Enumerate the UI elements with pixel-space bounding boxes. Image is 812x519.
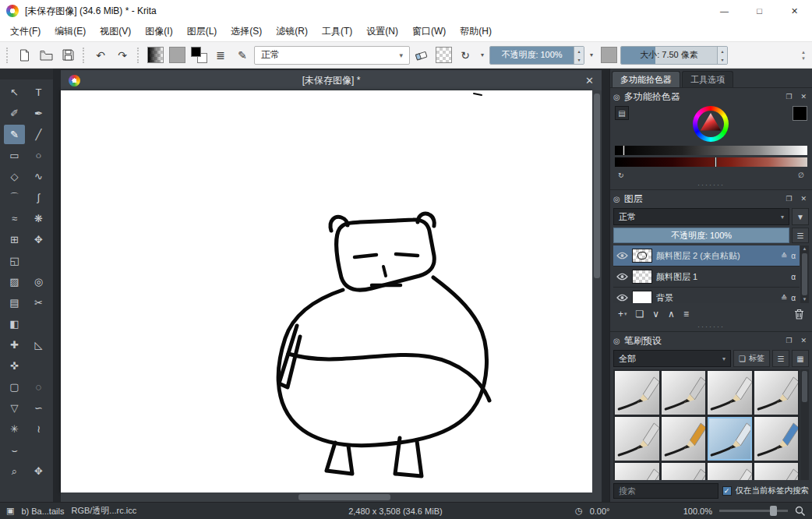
gradient-chooser-button[interactable] (145, 45, 165, 65)
reload-preset-button[interactable]: ↻ (455, 45, 475, 65)
brush-preview-button[interactable] (598, 45, 619, 65)
magnetic-select-tool[interactable]: ≀ (28, 419, 49, 439)
opacity-dropdown-button[interactable]: ▾ (586, 46, 597, 65)
float-docker-button[interactable]: ❐ (783, 337, 794, 344)
brush-size-slider[interactable]: 大小: 7.50 像素 ▴ ▾ (620, 46, 728, 65)
menu-item[interactable]: 滤镜(R) (269, 22, 315, 41)
edit-shapes-tool[interactable]: ✐ (4, 104, 25, 123)
layer-options-button[interactable]: ☰ (792, 228, 809, 243)
freehand-path-tool[interactable]: ∫ (28, 188, 49, 207)
status-brush-name[interactable]: b) Ba...tails (21, 507, 64, 516)
layer-scroll-thumb[interactable] (802, 253, 807, 295)
layer-opacity-slider[interactable]: 不透明度: 100% (613, 228, 789, 243)
brush-preset-tile[interactable] (615, 463, 659, 480)
toolbar-overflow-scroll[interactable]: ▴ ▾ (798, 49, 809, 62)
layer-visibility-icon[interactable] (616, 252, 628, 260)
scroll-down-icon[interactable]: ▼ (803, 296, 807, 303)
brush-preset-tile[interactable] (754, 417, 799, 461)
close-button[interactable]: ✕ (777, 0, 812, 22)
polyline-tool[interactable]: ∿ (28, 167, 49, 186)
redo-button[interactable]: ↷ (112, 45, 132, 65)
zoom-magnifier-icon[interactable] (795, 506, 806, 517)
scroll-up-icon[interactable]: ▲ (803, 245, 807, 252)
gradient-tool[interactable]: ▨ (4, 272, 25, 291)
ellipse-tool[interactable]: ○ (28, 146, 49, 165)
color-history-button[interactable]: ▤ (615, 106, 629, 120)
rectangular-select-tool[interactable]: ▢ (4, 377, 25, 397)
docker-resize-grip[interactable]: ······· (610, 325, 812, 331)
delete-layer-button[interactable] (794, 309, 804, 320)
dock-tab[interactable]: 多功能拾色器 (612, 71, 680, 87)
reference-images-tool[interactable]: ✜ (4, 356, 25, 376)
elliptical-select-tool[interactable]: ◌ (28, 377, 49, 397)
calligraphy-tool[interactable]: ✒ (28, 104, 49, 123)
canvas[interactable] (61, 90, 592, 493)
brush-grid-scrollbar[interactable] (800, 369, 809, 480)
brush-size-spinner[interactable]: ▴ ▾ (717, 47, 727, 64)
toolbar-handle[interactable] (6, 48, 9, 63)
preserve-alpha-button[interactable] (433, 45, 454, 65)
menu-item[interactable]: 图层(L) (180, 22, 224, 41)
move-layer-down-button[interactable]: ∨ (652, 309, 659, 320)
status-color-profile[interactable]: RGB/透明...rc.icc (71, 505, 136, 517)
zoom-slider-thumb[interactable] (770, 506, 777, 516)
layer-alpha-badges[interactable]: ≙ α (781, 294, 796, 302)
brush-search-input[interactable] (613, 483, 718, 499)
close-docker-button[interactable]: ✕ (798, 195, 809, 203)
add-layer-button[interactable]: +▾ (618, 309, 627, 320)
open-document-button[interactable] (36, 45, 56, 65)
brush-preset-tile[interactable] (662, 417, 706, 461)
maximize-button[interactable]: □ (742, 0, 777, 22)
brush-preset-tile[interactable] (662, 371, 706, 415)
close-docker-button[interactable]: ✕ (798, 337, 809, 344)
select-shapes-tool[interactable]: ↖ (4, 83, 25, 102)
menu-item[interactable]: 帮助(H) (453, 22, 499, 41)
status-rotation-angle[interactable]: 0.00° (590, 507, 610, 516)
brush-view-options-button[interactable]: ☰ (772, 350, 789, 367)
pattern-chooser-button[interactable] (167, 45, 187, 65)
pattern-edit-tool[interactable]: ▤ (4, 293, 25, 312)
freehand-select-tool[interactable]: ∽ (28, 398, 49, 418)
rotation-dial-icon[interactable]: ◷ (575, 506, 583, 516)
text-tool[interactable]: T (28, 83, 49, 102)
fg-bg-color-button[interactable] (189, 45, 209, 65)
refresh-colors-icon[interactable]: ↻ (616, 171, 627, 179)
brush-scroll-thumb[interactable] (802, 371, 807, 402)
bezier-select-tool[interactable]: ⌣ (4, 440, 25, 460)
brush-preset-tile[interactable] (754, 371, 799, 415)
fill-tool[interactable]: ◧ (4, 314, 25, 334)
polygon-tool[interactable]: ◇ (4, 167, 25, 186)
save-button[interactable] (58, 45, 78, 65)
brush-preset-tile[interactable] (754, 463, 799, 480)
menu-item[interactable]: 文件(F) (3, 22, 48, 41)
canvas-vertical-scrollbar[interactable] (592, 90, 602, 493)
line-tool[interactable]: ╱ (28, 125, 49, 144)
layer-visibility-icon[interactable] (616, 294, 628, 302)
hue-slider-handle[interactable] (715, 157, 717, 168)
tag-button[interactable]: ❏ 标签 (733, 350, 770, 367)
toolbox-header[interactable] (0, 69, 53, 79)
status-zoom-value[interactable]: 100.0% (683, 507, 712, 516)
crop-tool[interactable]: ◱ (4, 251, 25, 270)
blending-options-button[interactable]: ≣ (210, 45, 231, 65)
layer-visibility-icon[interactable] (616, 273, 628, 281)
layer-row[interactable]: 背景 ≙ α (613, 288, 800, 303)
zoom-slider[interactable] (719, 510, 788, 512)
layer-blend-mode-combo[interactable]: 正常 ▾ (613, 208, 789, 225)
brush-preset-tile[interactable] (615, 371, 659, 415)
layer-row[interactable]: 颜料图层 1 α (613, 267, 800, 287)
float-docker-button[interactable]: ❐ (783, 93, 794, 101)
move-tool[interactable]: ✥ (28, 230, 49, 249)
menu-item[interactable]: 视图(V) (93, 22, 138, 41)
rectangle-tool[interactable]: ▭ (4, 146, 25, 165)
smart-patch-tool[interactable]: ✚ (4, 335, 25, 355)
brush-preset-tile[interactable] (708, 371, 752, 415)
brush-preset-tile[interactable] (708, 463, 752, 480)
menu-item[interactable]: 窗口(W) (405, 22, 453, 41)
color-wheel[interactable] (693, 106, 729, 142)
layer-alpha-badges[interactable]: α (791, 273, 796, 281)
vertical-scroll-thumb[interactable] (594, 94, 600, 278)
zoom-tool[interactable]: ⌕ (4, 461, 25, 481)
transform-tool[interactable]: ⊞ (4, 230, 25, 249)
measure-tool[interactable]: ◺ (28, 335, 49, 355)
